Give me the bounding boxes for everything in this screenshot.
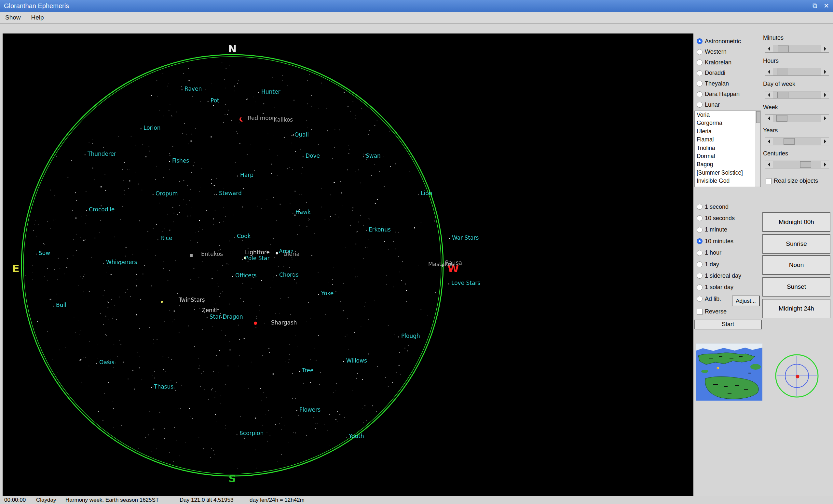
menu-show[interactable]: Show bbox=[0, 12, 26, 23]
sky-label-uleria: Uleria bbox=[283, 251, 300, 257]
close-icon[interactable]: ✕ bbox=[824, 2, 829, 10]
list-item-gorgorma[interactable]: Gorgorma bbox=[695, 119, 760, 127]
spinner-label-day-of-week: Day of week bbox=[763, 81, 795, 87]
sky-label-hunter: Hunter bbox=[261, 89, 280, 95]
sky-label-love-stars: Love Stars bbox=[451, 280, 480, 286]
spinner-day-of-week-thumb[interactable] bbox=[777, 92, 788, 98]
sunrise-button[interactable]: Sunrise bbox=[762, 234, 830, 254]
step-radio-1-hour[interactable] bbox=[697, 250, 703, 256]
sunset-button[interactable]: Sunset bbox=[762, 277, 830, 297]
spinner-minutes-thumb[interactable] bbox=[778, 46, 789, 52]
spinner-years-decrement-icon[interactable] bbox=[765, 138, 773, 145]
noon-button[interactable]: Noon bbox=[762, 255, 830, 275]
step-radio-10-seconds[interactable] bbox=[697, 215, 703, 221]
sky-label-whisperers: Whisperers bbox=[106, 259, 137, 265]
step-option-1-solar-day[interactable]: 1 solar day bbox=[697, 282, 733, 293]
sky-label-twinstars: TwinStars bbox=[178, 297, 205, 303]
step-option-1-hour[interactable]: 1 hour bbox=[697, 248, 721, 258]
calendar-option-lunar[interactable]: Lunar bbox=[697, 100, 720, 110]
step-radio-10-minutes[interactable] bbox=[697, 238, 703, 244]
spinner-week-increment-icon[interactable] bbox=[821, 115, 829, 122]
spinner-centuries-thumb[interactable] bbox=[800, 161, 811, 168]
spinner-minutes-increment-icon[interactable] bbox=[821, 45, 829, 52]
list-item-bagog[interactable]: Bagog bbox=[695, 160, 760, 169]
step-option-10-seconds[interactable]: 10 seconds bbox=[697, 213, 735, 223]
list-item-uleria[interactable]: Uleria bbox=[695, 127, 760, 135]
adjust-button[interactable]: Adjust... bbox=[732, 296, 760, 306]
start-button[interactable]: Start bbox=[694, 320, 761, 329]
spinner-week[interactable] bbox=[765, 115, 829, 122]
spinner-hours-decrement-icon[interactable] bbox=[765, 68, 773, 75]
spinner-centuries-increment-icon[interactable] bbox=[821, 161, 829, 168]
sky-label-zenith: Zenith bbox=[202, 307, 220, 313]
menu-help[interactable]: Help bbox=[26, 12, 49, 23]
list-item-triolina[interactable]: Triolina bbox=[695, 144, 760, 152]
spinner-week-thumb[interactable] bbox=[777, 115, 787, 122]
list-item-voria[interactable]: Voria bbox=[695, 111, 760, 119]
midnight-24h-button[interactable]: Midnight 24h bbox=[762, 299, 830, 318]
calendar-option-astronometric[interactable]: Astronometric bbox=[697, 36, 741, 47]
calendar-radio-doraddi[interactable] bbox=[697, 70, 703, 76]
calendar-radio-theyalan[interactable] bbox=[697, 81, 703, 86]
spinner-hours-increment-icon[interactable] bbox=[821, 68, 829, 75]
spinner-centuries-decrement-icon[interactable] bbox=[765, 161, 773, 168]
list-item-red-goddess[interactable]: Red Goddess bbox=[695, 185, 760, 187]
list-scrollbar[interactable] bbox=[756, 111, 760, 187]
spinner-week-decrement-icon[interactable] bbox=[765, 115, 773, 122]
calendar-option-doraddi[interactable]: Doraddi bbox=[697, 68, 725, 78]
spinner-years-thumb[interactable] bbox=[784, 138, 794, 145]
step-radio-1-second[interactable] bbox=[697, 204, 703, 210]
step-option-1-minute[interactable]: 1 minute bbox=[697, 225, 727, 235]
spinner-day-of-week[interactable] bbox=[765, 91, 829, 99]
spinner-day-of-week-decrement-icon[interactable] bbox=[765, 91, 773, 99]
step-radio-1-sidereal-day[interactable] bbox=[697, 273, 703, 279]
calendar-option-dara-happan[interactable]: Dara Happan bbox=[697, 89, 740, 100]
step-radio-1-minute[interactable] bbox=[697, 227, 703, 233]
list-item-dormal[interactable]: Dormal bbox=[695, 152, 760, 160]
step-radio-1-solar-day[interactable] bbox=[697, 284, 703, 291]
list-item-flamal[interactable]: Flamal bbox=[695, 135, 760, 144]
restore-icon[interactable]: ⧉ bbox=[812, 2, 817, 10]
midnight-00h-button[interactable]: Midnight 00h bbox=[762, 212, 830, 232]
spinner-minutes-decrement-icon[interactable] bbox=[765, 45, 773, 52]
celestial-object-list[interactable]: VoriaGorgormaUleriaFlamalTriolinaDormalB… bbox=[694, 110, 761, 187]
list-item-summer-solstice[interactable]: [Summer Solstice] bbox=[695, 169, 760, 177]
step-option-1-day[interactable]: 1 day bbox=[697, 259, 719, 270]
sky-label-oropum: Oropum bbox=[156, 190, 178, 197]
calendar-radio-astronometric[interactable] bbox=[697, 39, 703, 44]
step-radio-ad-lib[interactable] bbox=[697, 296, 703, 302]
step-option-1-second[interactable]: 1 second bbox=[697, 202, 729, 212]
spinner-years[interactable] bbox=[765, 137, 829, 145]
calendar-option-theyalan[interactable]: Theyalan bbox=[697, 78, 729, 89]
sky-label-war-stars: War Stars bbox=[452, 234, 479, 241]
step-option-ad-lib[interactable]: Ad lib. bbox=[697, 294, 721, 304]
reverse-checkbox[interactable] bbox=[697, 309, 703, 315]
calendar-radio-western[interactable] bbox=[697, 49, 703, 55]
sky-label-crocodile: Crocodile bbox=[89, 206, 115, 213]
right-triangle-icon bbox=[824, 139, 826, 144]
calendar-radio-kralorelan[interactable] bbox=[697, 59, 703, 65]
world-map-thumbnail[interactable] bbox=[696, 343, 762, 400]
reverse-row[interactable]: Reverse bbox=[697, 308, 727, 315]
list-scrollbar-thumb[interactable] bbox=[756, 111, 760, 123]
real-size-row[interactable]: Real size objects bbox=[766, 178, 818, 184]
sky-label-fishes: Fishes bbox=[172, 157, 189, 164]
calendar-radio-lunar[interactable] bbox=[697, 102, 703, 108]
spinner-hours-thumb[interactable] bbox=[777, 69, 788, 75]
spinner-day-of-week-increment-icon[interactable] bbox=[821, 91, 829, 99]
left-triangle-icon bbox=[768, 139, 770, 144]
list-item-invisible-god[interactable]: Invisible God bbox=[695, 177, 760, 185]
sky-label-swan: Swan bbox=[366, 152, 381, 159]
calendar-option-western[interactable]: Western bbox=[697, 47, 727, 57]
spinner-hours[interactable] bbox=[765, 68, 829, 76]
step-radio-1-day[interactable] bbox=[697, 261, 703, 267]
step-option-1-sidereal-day[interactable]: 1 sidereal day bbox=[697, 271, 741, 281]
spinner-minutes[interactable] bbox=[765, 45, 829, 53]
spinner-centuries[interactable] bbox=[765, 161, 829, 169]
spinner-years-increment-icon[interactable] bbox=[821, 138, 829, 145]
calendar-option-kralorelan[interactable]: Kralorelan bbox=[697, 57, 732, 68]
step-option-10-minutes[interactable]: 10 minutes bbox=[697, 236, 733, 247]
real-size-checkbox[interactable] bbox=[766, 178, 771, 184]
calendar-radio-dara-happan[interactable] bbox=[697, 91, 703, 97]
sky-map[interactable]: N E W S RavenHunterPotRed moonKalikosLor… bbox=[3, 33, 693, 496]
